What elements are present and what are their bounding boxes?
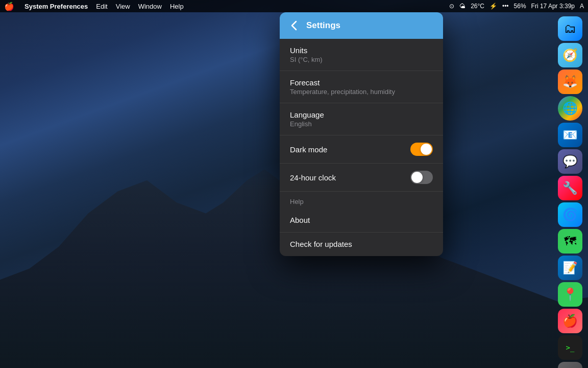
settings-row-24h-clock[interactable]: 24-hour clock	[280, 164, 443, 192]
apple-menu-icon[interactable]: 🍎	[4, 2, 14, 11]
back-button[interactable]	[288, 19, 300, 32]
settings-row-language[interactable]: Language English	[280, 103, 443, 135]
settings-row-about[interactable]: About	[280, 209, 443, 233]
help-section-header: Help	[280, 192, 443, 209]
airplay-icon[interactable]: ⊙	[449, 3, 454, 10]
accessibility-icon[interactable]: A	[580, 3, 584, 10]
menubar-app-name[interactable]: System Preferences	[24, 3, 88, 10]
dock-outlook-icon[interactable]: 📧	[558, 123, 582, 147]
dock-webstorm-icon[interactable]: 🌀	[558, 202, 582, 227]
datetime-display: Fri 17 Apr 3:39p	[531, 3, 575, 10]
dock-safari-icon[interactable]: 🧭	[558, 43, 582, 67]
settings-title: Settings	[306, 20, 340, 31]
battery-percent: 56%	[514, 3, 526, 10]
about-label: About	[290, 216, 310, 224]
temperature-display: 26°C	[471, 3, 484, 10]
dock-finder-icon[interactable]: 🗂	[558, 16, 582, 41]
forecast-label: Forecast	[290, 78, 395, 87]
settings-row-units[interactable]: Units SI (°C, km)	[280, 39, 443, 71]
units-label: Units	[290, 46, 323, 55]
dock-jetbrains-icon[interactable]: 🔧	[558, 176, 582, 200]
settings-row-check-updates[interactable]: Check for updates	[280, 233, 443, 256]
clock-toggle[interactable]	[410, 171, 433, 184]
dock-maps-icon[interactable]: 📍	[558, 282, 582, 307]
dock-teams-icon[interactable]: 💬	[558, 149, 582, 174]
settings-row-dark-mode[interactable]: Dark mode	[280, 135, 443, 164]
language-value: English	[290, 120, 324, 128]
menubar: 🍎 System Preferences Edit View Window He…	[0, 0, 588, 12]
language-label: Language	[290, 110, 324, 119]
menubar-left: 🍎 System Preferences Edit View Window He…	[4, 2, 184, 11]
menubar-help[interactable]: Help	[170, 3, 184, 10]
more-icon[interactable]: •••	[502, 3, 509, 10]
dock-chrome-icon[interactable]: 🌐	[558, 96, 582, 121]
units-text: Units SI (°C, km)	[290, 46, 323, 63]
clock-label: 24-hour clock	[290, 173, 336, 182]
weather-icon: 🌤	[459, 3, 465, 10]
settings-body: Units SI (°C, km) Forecast Temperature, …	[280, 39, 443, 256]
menubar-view[interactable]: View	[116, 3, 130, 10]
language-text: Language English	[290, 110, 324, 128]
forecast-text: Forecast Temperature, precipitation, hum…	[290, 78, 395, 96]
dock-firefox-icon[interactable]: 🦊	[558, 70, 582, 94]
dark-mode-toggle-thumb	[421, 144, 432, 155]
units-value: SI (°C, km)	[290, 56, 323, 63]
dark-mode-toggle[interactable]	[410, 143, 433, 156]
menubar-right: ⊙ 🌤 26°C ⚡ ••• 56% Fri 17 Apr 3:39p A	[449, 3, 584, 10]
forecast-value: Temperature, precipitation, humidity	[290, 88, 395, 96]
dock: 🗂 🧭 🦊 🌐 📧 💬 🔧 🌀 🗺 📝 📍 🍎 >_ ⬡ 📊 🔴 📁 🗑	[552, 12, 588, 368]
clock-toggle-thumb	[411, 172, 423, 183]
dock-terminal-icon[interactable]: >_	[558, 335, 582, 360]
dock-mela-icon[interactable]: 🍎	[558, 309, 582, 333]
dock-cube-icon[interactable]: ⬡	[558, 362, 582, 368]
menubar-window[interactable]: Window	[138, 3, 162, 10]
dock-vscode-icon[interactable]: 📝	[558, 256, 582, 280]
check-updates-label: Check for updates	[290, 240, 352, 248]
settings-header: Settings	[280, 12, 443, 39]
settings-row-forecast[interactable]: Forecast Temperature, precipitation, hum…	[280, 71, 443, 103]
dock-maps2-icon[interactable]: 🗺	[558, 229, 582, 254]
dark-mode-label: Dark mode	[290, 145, 327, 154]
battery-bolt-icon: ⚡	[489, 3, 497, 10]
menubar-edit[interactable]: Edit	[96, 3, 107, 10]
settings-panel: Settings Units SI (°C, km) Forecast Temp…	[280, 12, 443, 256]
